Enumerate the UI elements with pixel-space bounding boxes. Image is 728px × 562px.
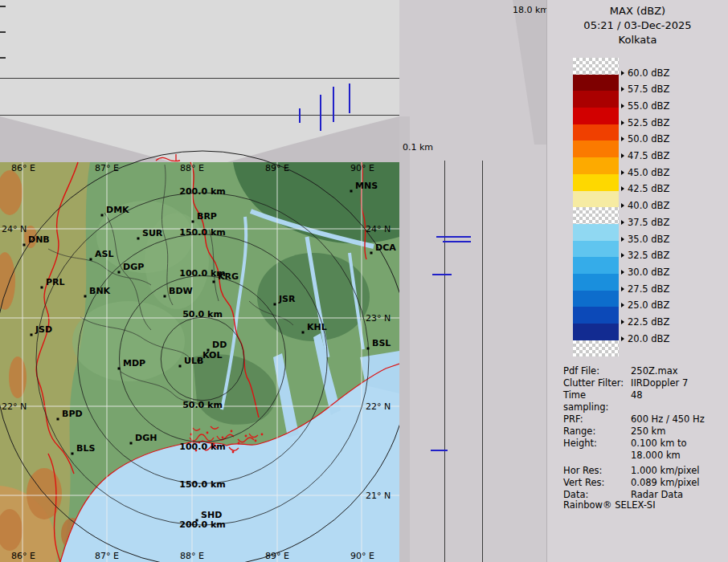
info-value: 18.000 km — [631, 450, 681, 462]
city-marker — [196, 519, 198, 522]
legend-swatch — [573, 324, 619, 340]
city-label: KOL — [202, 350, 222, 360]
city-label: PRL — [46, 277, 65, 287]
city-marker — [370, 252, 373, 255]
longitude-label: 89° E — [265, 163, 289, 173]
legend-tick-icon — [621, 287, 624, 291]
legend-tick-icon — [621, 336, 624, 341]
city-label: BPD — [62, 409, 83, 419]
legend-level-label: 55.0 dBZ — [621, 100, 669, 111]
info-label — [563, 450, 631, 462]
legend-tick-icon — [621, 303, 624, 307]
legend-swatch — [573, 224, 619, 241]
legend-level-label: 42.5 dBZ — [621, 184, 669, 194]
legend-swatch — [573, 191, 619, 208]
city-label: SUR — [142, 228, 163, 238]
legend-tick-icon — [621, 87, 624, 92]
product-info-table: Pdf File:250Z.maxClutter Filter:IIRDoppl… — [563, 365, 726, 501]
city-marker — [130, 442, 133, 445]
city-marker — [367, 348, 370, 350]
city-label: DNB — [28, 234, 50, 245]
legend-level-label: 25.0 dBZ — [621, 300, 669, 311]
range-ring-label: 200.0 km — [179, 186, 225, 197]
legend-level-label: 35.0 dBZ — [621, 234, 669, 244]
info-value: 250Z.max — [631, 365, 678, 377]
legend-swatch — [573, 241, 619, 258]
legend-tick-icon — [621, 270, 624, 275]
city-marker — [350, 190, 353, 193]
longitude-label: 88° E — [180, 163, 204, 173]
city-label: SHD — [201, 510, 222, 520]
legend-swatch — [573, 108, 619, 124]
legend-level-label: 45.0 dBZ — [621, 167, 669, 177]
info-row: Range:250 km — [563, 426, 726, 438]
radar-viewer: 0.1 km 18.0 km — [0, 0, 728, 562]
legend-swatch — [573, 307, 619, 324]
legend-panel: MAX (dBZ) 05:21 / 03-Dec-2025 Kolkata 60… — [546, 0, 728, 562]
legend-tick-icon — [621, 170, 624, 175]
software-brand: Rainbow® SELEX-SI — [563, 499, 656, 511]
height-gridline — [444, 161, 445, 562]
legend-tick-icon — [621, 153, 624, 158]
legend-level-label: 40.0 dBZ — [621, 201, 669, 211]
height-gridline — [0, 78, 399, 79]
city-label: DCA — [375, 242, 396, 253]
legend-swatch — [573, 207, 619, 224]
echo-mark — [349, 83, 350, 113]
info-label: PRF: — [563, 413, 631, 426]
station-name: Kolkata — [547, 34, 728, 46]
legend-swatch — [573, 75, 619, 92]
info-row: Clutter Filter:IIRDoppler 7 — [563, 377, 726, 389]
legend-level-label: 57.5 dBZ — [621, 84, 669, 95]
city-label: BSL — [372, 338, 391, 348]
info-value: 600 Hz / 450 Hz — [631, 413, 705, 426]
legend-level-label: 47.5 dBZ — [621, 151, 669, 161]
info-label: Clutter Filter: — [563, 377, 631, 389]
latitude-label: 22° N — [2, 401, 27, 412]
sideview-margin — [399, 116, 410, 562]
legend-swatch — [573, 340, 619, 357]
legend-swatch — [573, 91, 619, 108]
side-height-min-label: 0.1 km — [403, 142, 433, 153]
height-gridline — [0, 115, 399, 116]
legend-level-label: 32.5 dBZ — [621, 250, 669, 261]
city-label: KHL — [307, 322, 327, 332]
axis-tick — [0, 31, 6, 33]
city-label: BNK — [89, 286, 111, 296]
range-ring-label: 50.0 km — [182, 400, 223, 410]
info-row: Height:0.100 km to — [563, 438, 726, 450]
info-row: Time sampling:48 — [563, 389, 726, 413]
city-label: ASL — [95, 249, 113, 259]
legend-level-label: 50.0 dBZ — [621, 134, 669, 145]
info-label: Hor Res: — [563, 465, 631, 477]
range-ring-label: 100.0 km — [179, 442, 225, 452]
echo-mark — [299, 108, 301, 123]
city-label: DGP — [123, 262, 144, 272]
city-marker — [302, 332, 305, 334]
info-value: 0.100 km to — [631, 438, 687, 450]
latitude-label: 24° N — [2, 224, 27, 234]
city-label: BLS — [76, 443, 95, 454]
legend-level-label: 52.5 dBZ — [621, 117, 669, 128]
echo-mark — [436, 236, 471, 238]
city-marker — [41, 287, 43, 289]
longitude-label: 89° E — [265, 551, 289, 561]
info-label: Vert Res: — [563, 477, 631, 489]
city-marker — [31, 334, 33, 336]
city-label: ULB — [184, 356, 203, 366]
longitude-label: 88° E — [180, 551, 204, 561]
legend-level-label: 27.5 dBZ — [621, 283, 669, 294]
city-marker — [179, 365, 182, 368]
latitude-label: 24° N — [366, 224, 391, 234]
city-label: DMK — [106, 205, 129, 215]
axis-tick — [0, 6, 6, 7]
info-row: PRF:600 Hz / 450 Hz — [563, 413, 726, 426]
info-row: Pdf File:250Z.max — [563, 365, 726, 377]
legend-swatch — [573, 157, 619, 174]
range-ring-label: 200.0 km — [179, 519, 225, 530]
city-label: DGH — [135, 433, 157, 443]
legend-swatch — [573, 257, 619, 274]
product-datetime: 05:21 / 03-Dec-2025 — [547, 19, 728, 31]
height-gridline — [482, 161, 483, 562]
city-marker — [72, 453, 74, 455]
